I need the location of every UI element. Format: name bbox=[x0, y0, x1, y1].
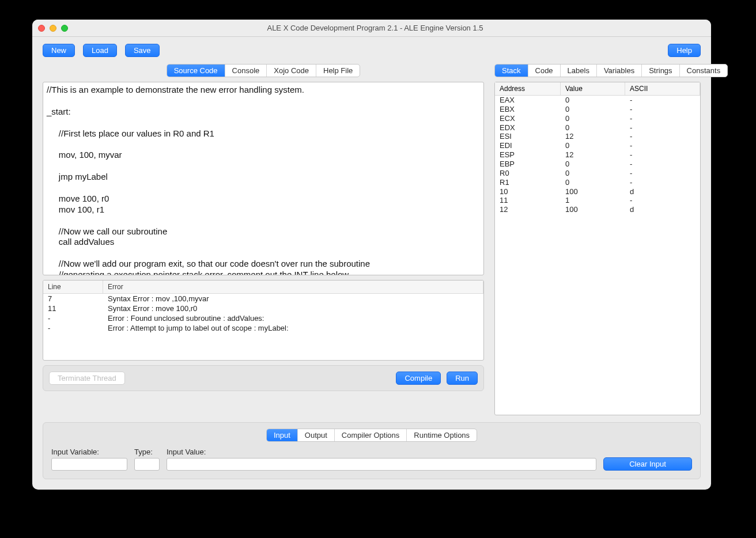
error-row[interactable]: -Error : Attempt to jump to label out of… bbox=[43, 323, 483, 333]
stack-ascii: - bbox=[625, 114, 700, 123]
error-row[interactable]: 11Syntax Error : move 100,r0 bbox=[43, 304, 483, 313]
tab-compiler-options[interactable]: Compiler Options bbox=[335, 429, 407, 441]
io-panel: InputOutputCompiler OptionsRuntime Optio… bbox=[43, 422, 701, 479]
stack-row[interactable]: EDX0- bbox=[495, 123, 700, 132]
stack-address: 12 bbox=[495, 205, 561, 214]
tab-input[interactable]: Input bbox=[267, 429, 298, 441]
stack-row[interactable]: R10- bbox=[495, 178, 700, 187]
inspector-tabs[interactable]: StackCodeLabelsVariablesStringsConstants bbox=[494, 64, 728, 77]
stack-row[interactable]: EBP0- bbox=[495, 160, 700, 169]
stack-address: 11 bbox=[495, 196, 561, 205]
save-button[interactable]: Save bbox=[125, 44, 160, 57]
stack-ascii: - bbox=[625, 178, 700, 187]
tab-constants[interactable]: Constants bbox=[680, 65, 728, 77]
stack-ascii: d bbox=[625, 205, 700, 214]
stack-value: 0 bbox=[561, 141, 625, 150]
new-button[interactable]: New bbox=[43, 44, 75, 57]
errors-col-error: Error bbox=[103, 281, 483, 293]
stack-col-address: Address bbox=[495, 82, 561, 95]
error-row[interactable]: -Error : Found unclosed subroutine : add… bbox=[43, 313, 483, 323]
stack-row[interactable]: ESP12- bbox=[495, 150, 700, 160]
compile-button[interactable]: Compile bbox=[396, 372, 441, 385]
tab-output[interactable]: Output bbox=[298, 429, 335, 441]
stack-row[interactable]: 111- bbox=[495, 196, 700, 205]
input-variable-label: Input Variable: bbox=[51, 448, 127, 456]
stack-value: 1 bbox=[561, 196, 625, 205]
stack-ascii: - bbox=[625, 96, 700, 105]
stack-row[interactable]: EAX0- bbox=[495, 96, 700, 105]
tab-variables[interactable]: Variables bbox=[597, 65, 642, 77]
tab-code[interactable]: Code bbox=[528, 65, 561, 77]
input-variable-field[interactable] bbox=[51, 458, 127, 471]
terminate-thread-button[interactable]: Terminate Thread bbox=[49, 372, 125, 385]
stack-col-ascii: ASCII bbox=[625, 82, 700, 95]
tab-console[interactable]: Console bbox=[225, 65, 267, 77]
error-text: Syntax Error : mov ,100,myvar bbox=[103, 294, 483, 304]
stack-address: R0 bbox=[495, 169, 561, 178]
stack-value: 0 bbox=[561, 178, 625, 187]
error-text: Syntax Error : move 100,r0 bbox=[103, 304, 483, 313]
tab-stack[interactable]: Stack bbox=[495, 65, 528, 77]
stack-ascii: - bbox=[625, 196, 700, 205]
stack-ascii: - bbox=[625, 132, 700, 141]
error-line: 7 bbox=[43, 294, 103, 304]
stack-value: 0 bbox=[561, 160, 625, 169]
input-type-field[interactable] bbox=[134, 458, 160, 471]
run-button[interactable]: Run bbox=[447, 372, 478, 385]
stack-ascii: - bbox=[625, 141, 700, 150]
load-button[interactable]: Load bbox=[83, 44, 117, 57]
errors-col-line: Line bbox=[43, 281, 103, 293]
tab-strings[interactable]: Strings bbox=[642, 65, 679, 77]
stack-address: R1 bbox=[495, 178, 561, 187]
stack-row[interactable]: 10100d bbox=[495, 187, 700, 196]
input-value-label: Input Value: bbox=[167, 448, 596, 456]
editor-tabs[interactable]: Source CodeConsoleXojo CodeHelp File bbox=[167, 64, 361, 77]
stack-value: 0 bbox=[561, 123, 625, 132]
window-title: ALE X Code Development Program 2.1 - ALE… bbox=[68, 24, 682, 32]
source-editor[interactable]: //This is an example to demonstrate the … bbox=[43, 82, 484, 275]
help-button[interactable]: Help bbox=[668, 44, 701, 57]
tab-runtime-options[interactable]: Runtime Options bbox=[407, 429, 477, 441]
toolbar: New Load Save Help bbox=[43, 44, 701, 57]
stack-ascii: - bbox=[625, 105, 700, 114]
stack-ascii: - bbox=[625, 123, 700, 132]
error-text: Error : Found unclosed subroutine : addV… bbox=[103, 313, 483, 323]
io-tabs[interactable]: InputOutputCompiler OptionsRuntime Optio… bbox=[266, 429, 477, 442]
stack-value: 0 bbox=[561, 105, 625, 114]
stack-row[interactable]: R00- bbox=[495, 169, 700, 178]
stack-row[interactable]: EBX0- bbox=[495, 105, 700, 114]
stack-address: EDX bbox=[495, 123, 561, 132]
stack-address: EAX bbox=[495, 96, 561, 105]
stack-row[interactable]: ECX0- bbox=[495, 114, 700, 123]
stack-address: EBP bbox=[495, 160, 561, 169]
stack-value: 12 bbox=[561, 132, 625, 141]
minimize-icon[interactable] bbox=[50, 25, 56, 32]
stack-row[interactable]: ESI12- bbox=[495, 132, 700, 141]
tab-xojo-code[interactable]: Xojo Code bbox=[267, 65, 316, 77]
error-line: - bbox=[43, 323, 103, 333]
tab-help-file[interactable]: Help File bbox=[316, 65, 360, 77]
stack-row[interactable]: 12100d bbox=[495, 205, 700, 214]
stack-value: 100 bbox=[561, 205, 625, 214]
stack-ascii: - bbox=[625, 169, 700, 178]
stack-value: 0 bbox=[561, 96, 625, 105]
stack-ascii: - bbox=[625, 150, 700, 160]
error-line: 11 bbox=[43, 304, 103, 313]
stack-address: 10 bbox=[495, 187, 561, 196]
stack-address: ESI bbox=[495, 132, 561, 141]
tab-source-code[interactable]: Source Code bbox=[167, 65, 225, 77]
tab-labels[interactable]: Labels bbox=[561, 65, 597, 77]
app-window: ALE X Code Development Program 2.1 - ALE… bbox=[32, 20, 711, 490]
stack-row[interactable]: EDI0- bbox=[495, 141, 700, 150]
stack-col-value: Value bbox=[561, 82, 625, 95]
zoom-icon[interactable] bbox=[61, 25, 68, 32]
close-icon[interactable] bbox=[38, 25, 45, 32]
error-row[interactable]: 7Syntax Error : mov ,100,myvar bbox=[43, 294, 483, 304]
error-line: - bbox=[43, 313, 103, 323]
stack-ascii: d bbox=[625, 187, 700, 196]
stack-ascii: - bbox=[625, 160, 700, 169]
input-value-field[interactable] bbox=[167, 458, 596, 471]
clear-input-button[interactable]: Clear Input bbox=[603, 457, 692, 471]
titlebar: ALE X Code Development Program 2.1 - ALE… bbox=[32, 20, 711, 37]
error-text: Error : Attempt to jump to label out of … bbox=[103, 323, 483, 333]
